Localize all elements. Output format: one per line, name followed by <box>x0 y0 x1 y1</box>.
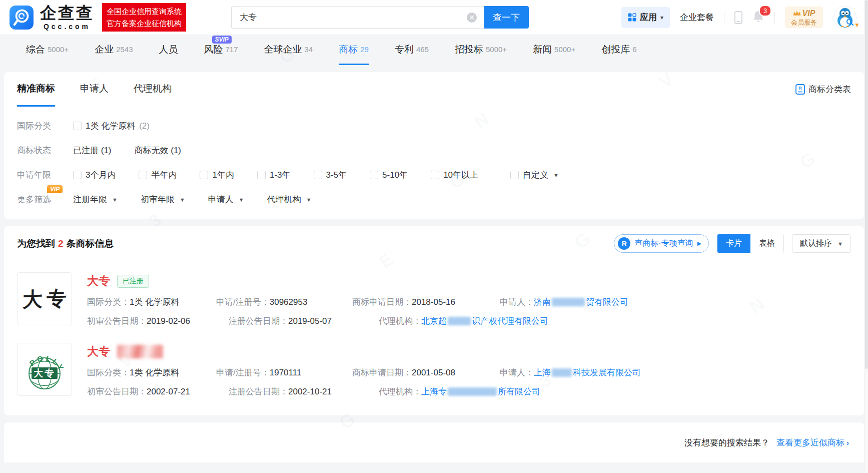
qcc-logo[interactable]: 企查查 Qcc.com 全国企业信用查询系统 官方备案企业征信机构 <box>9 3 186 32</box>
notifications-button[interactable]: 3 <box>752 10 764 25</box>
clear-search-icon[interactable]: ✕ <box>467 13 477 23</box>
tab-global-enterprise[interactable]: 全球企业34 <box>264 35 313 65</box>
crown-icon <box>793 10 801 16</box>
mascot-avatar-icon <box>833 6 857 30</box>
dropdown-agency[interactable]: 代理机构▼ <box>267 194 312 205</box>
apply-years-option-5[interactable]: 5-10年 <box>370 169 408 181</box>
mobile-app-button[interactable] <box>734 11 742 24</box>
sort-dropdown[interactable]: 默认排序 ▼ <box>792 234 851 253</box>
filter-row-apply-years: 申请年限 3个月内 半年内 1年内 1-3年 3-5年 5-10年 10年以上 … <box>17 169 851 181</box>
filter-tabs: 精准商标 申请人 代理机构 R 商标分类表 <box>17 72 851 107</box>
applicant-link[interactable]: 济南贸有限公司 <box>534 296 628 308</box>
apply-years-option-3[interactable]: 1-3年 <box>257 169 291 181</box>
svg-text:R: R <box>798 86 802 91</box>
more-filters-label: 更多筛选 VIP <box>17 194 73 205</box>
tab-risk[interactable]: SVIP 风险717 <box>204 35 238 65</box>
checkbox[interactable] <box>139 171 147 179</box>
cert-line2: 官方备案企业征信机构 <box>107 18 182 29</box>
tab-comprehensive[interactable]: 综合5000+ <box>26 35 69 65</box>
filter-panel: 精准商标 申请人 代理机构 R 商标分类表 国际分类 1类 化学原料(2) 商标… <box>4 72 864 219</box>
intl-class-value: 1类 化学原料 <box>130 296 179 308</box>
search-input[interactable] <box>231 6 484 29</box>
apps-grid-icon <box>628 13 636 22</box>
status-option-registered[interactable]: 已注册 (1) <box>73 145 112 156</box>
apps-label: 应用 <box>640 12 657 23</box>
search-category-tabs: 综合5000+ 企业2543 人员 SVIP 风险717 全球企业34 商标29… <box>0 35 868 65</box>
trademark-image[interactable]: POLLY 大专 <box>17 343 72 396</box>
header: 企查查 Qcc.com 全国企业信用查询系统 官方备案企业征信机构 ✕ 查一下 <box>0 0 868 35</box>
apply-years-option-4[interactable]: 3-5年 <box>314 169 347 181</box>
redacted-text <box>552 298 585 306</box>
scrollbar[interactable] <box>864 0 868 473</box>
cert-line1: 全国企业信用查询系统 <box>107 6 182 17</box>
results-tools: R 查商标·专项查询 ▶ 卡片 表格 默认排序 ▼ <box>614 234 851 253</box>
filter-row-status: 商标状态 已注册 (1) 商标无效 (1) <box>17 145 851 156</box>
header-actions: 应用 ▾ 企业套餐 3 <box>621 6 858 30</box>
tab-news[interactable]: 新闻5000+ <box>533 35 575 65</box>
user-avatar[interactable]: ▼ <box>833 6 858 30</box>
agency-link[interactable]: 北京超识产权代理有限公司 <box>421 315 548 327</box>
checkbox[interactable] <box>370 171 378 179</box>
first-publication-date: 2019-02-06 <box>147 316 190 326</box>
tab-trademark[interactable]: 商标29 <box>339 35 369 65</box>
divider <box>774 12 775 24</box>
chevron-down-icon: ▼ <box>553 172 559 178</box>
checkbox[interactable] <box>73 171 82 179</box>
apply-years-option-1[interactable]: 半年内 <box>139 169 177 181</box>
enterprise-package-link[interactable]: 企业套餐 <box>680 12 714 23</box>
tab-agency[interactable]: 代理机构 <box>134 72 172 107</box>
search-button[interactable]: 查一下 <box>484 6 529 29</box>
tab-bidding[interactable]: 招投标5000+ <box>455 35 507 65</box>
status-option-invalid[interactable]: 商标无效 (1) <box>135 145 182 156</box>
chevron-down-icon: ▼ <box>180 197 185 203</box>
view-card-button[interactable]: 卡片 <box>717 234 750 253</box>
tab-personnel[interactable]: 人员 <box>159 35 178 65</box>
dropdown-reg-years[interactable]: 注册年限▼ <box>73 194 118 205</box>
tab-applicant[interactable]: 申请人 <box>80 72 109 107</box>
apps-button[interactable]: 应用 ▾ <box>621 7 670 28</box>
vip-member-button[interactable]: VIP 会员服务 <box>785 7 823 29</box>
chevron-right-icon: › <box>846 438 849 447</box>
brand-name: 企查查 <box>40 5 94 21</box>
tab-patent[interactable]: 专利465 <box>395 35 429 65</box>
trademark-result-row: POLLY 大专 大专 国际分类：1类 化学原料 <box>17 332 851 402</box>
results-summary: 为您找到2条商标信息 <box>17 237 114 250</box>
checkbox[interactable] <box>431 171 439 179</box>
more-similar-trademarks-link[interactable]: 查看更多近似商标 › <box>776 437 849 448</box>
tab-enterprise[interactable]: 企业2543 <box>95 35 133 65</box>
apply-years-custom[interactable]: 自定义▼ <box>510 169 559 181</box>
intl-class-value: 1类 化学原料 <box>130 367 179 378</box>
results-header: 为您找到2条商标信息 R 查商标·专项查询 ▶ 卡片 表格 默认排序 ▼ <box>17 226 851 261</box>
chevron-down-icon: ▼ <box>112 197 118 203</box>
agency-link[interactable]: 上海专所有限公司 <box>421 386 540 397</box>
trademark-name-link[interactable]: 大专 <box>87 344 110 359</box>
checkbox[interactable] <box>510 171 519 179</box>
checkbox[interactable] <box>314 171 322 179</box>
trademark-classification-link[interactable]: R 商标分类表 <box>795 72 851 107</box>
scrollbar-thumb[interactable] <box>865 0 868 369</box>
tab-precise-trademark[interactable]: 精准商标 <box>17 72 55 107</box>
apply-years-option-6[interactable]: 10年以上 <box>431 169 478 181</box>
checkbox[interactable] <box>200 171 208 179</box>
trademark-image[interactable]: 大专 <box>17 272 72 325</box>
trademark-special-query-button[interactable]: R 查商标·专项查询 ▶ <box>614 234 709 253</box>
detail-row: 初审公告日期：2002-07-21 注册公告日期：2002-10-21 代理机构… <box>87 386 851 397</box>
apply-years-option-0[interactable]: 3个月内 <box>73 169 116 181</box>
view-table-button[interactable]: 表格 <box>750 234 783 253</box>
dropdown-applicant[interactable]: 申请人▼ <box>208 194 244 205</box>
detail-row: 国际分类：1类 化学原料 申请/注册号：1970111 商标申请日期：2001-… <box>87 367 851 378</box>
apply-years-option-2[interactable]: 1年内 <box>200 169 234 181</box>
brand-domain: Qcc.com <box>44 23 91 30</box>
tab-venture[interactable]: 创投库6 <box>601 35 636 65</box>
trademark-name-link[interactable]: 大专 <box>87 273 110 289</box>
intl-class-option[interactable]: 1类 化学原料(2) <box>73 120 150 132</box>
notification-count-badge: 3 <box>759 5 771 17</box>
checkbox[interactable] <box>257 171 266 179</box>
apply-date: 2001-05-08 <box>412 368 455 378</box>
applicant-link[interactable]: 上海科技发展有限公司 <box>534 367 641 378</box>
results-panel: 为您找到2条商标信息 R 查商标·专项查询 ▶ 卡片 表格 默认排序 ▼ <box>4 226 864 415</box>
checkbox[interactable] <box>73 122 82 130</box>
polly-globe-logo: POLLY 大专 <box>21 345 69 393</box>
vip-subtitle: 会员服务 <box>791 19 817 27</box>
dropdown-first-review-years[interactable]: 初审年限▼ <box>141 194 185 205</box>
